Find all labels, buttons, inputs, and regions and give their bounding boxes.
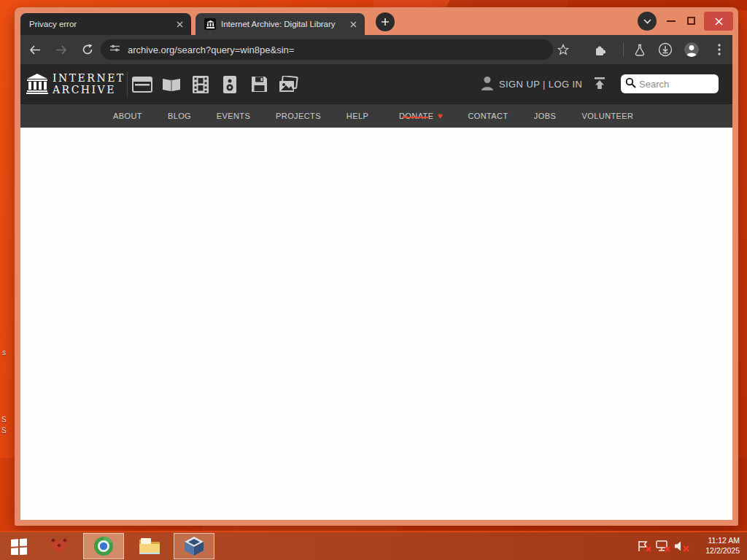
brand-line1: INTERNET [53, 72, 125, 84]
archive-nav-bar: ABOUT BLOG EVENTS PROJECTS HELP DONATE ♥… [20, 104, 732, 128]
nav-jobs[interactable]: JOBS [534, 112, 556, 120]
heart-icon: ♥ [437, 112, 443, 120]
action-center-flag-icon[interactable] [635, 538, 651, 554]
archive-header: INTERNET ARCHIVE [20, 64, 732, 104]
new-tab-button[interactable] [376, 12, 395, 31]
taskbar-chrome-button[interactable] [83, 533, 124, 559]
images-icon[interactable] [274, 64, 303, 104]
desktop-icon-label-fragment: S [1, 427, 7, 435]
archive-page: INTERNET ARCHIVE [20, 64, 732, 520]
address-bar[interactable]: archive.org/search?query=win8pe&sin= [101, 39, 553, 60]
taskbar-virtualbox-button[interactable] [174, 533, 214, 559]
back-button[interactable] [26, 41, 44, 58]
internet-archive-logo-icon[interactable] [26, 74, 48, 97]
taskbar-clock[interactable]: 11:12 AM 12/2/2025 [697, 536, 740, 556]
desktop-icon-label-fragment: s [2, 349, 6, 357]
software-icon[interactable] [244, 64, 274, 104]
nav-projects[interactable]: PROJECTS [276, 112, 321, 120]
browser-toolbar: archive.org/search?query=win8pe&sin= [20, 35, 732, 64]
video-icon[interactable] [186, 64, 215, 104]
windows-taskbar: 11:12 AM 12/2/2025 [0, 531, 747, 560]
donate-underline [402, 117, 428, 118]
nav-about[interactable]: ABOUT [113, 112, 142, 120]
start-button[interactable] [6, 532, 32, 560]
account-area: SIGN UP | LOG IN [480, 64, 607, 104]
network-status-icon[interactable] [654, 538, 670, 554]
bookmark-star-icon[interactable] [554, 41, 572, 58]
nav-donate[interactable]: DONATE ♥ [399, 112, 443, 120]
web-icon[interactable] [128, 64, 157, 104]
clock-time: 11:12 AM [697, 536, 740, 546]
url-text: archive.org/search?query=win8pe&sin= [128, 44, 294, 55]
volume-muted-icon[interactable] [673, 538, 689, 554]
nav-blog[interactable]: BLOG [168, 112, 191, 120]
browser-menu-icon[interactable] [711, 41, 728, 58]
minimize-button[interactable] [667, 20, 676, 22]
signup-login-link[interactable]: SIGN UP | LOG IN [499, 79, 582, 90]
maximize-button[interactable] [687, 17, 695, 25]
extensions-puzzle-icon[interactable] [591, 41, 608, 58]
archive-search-input[interactable] [639, 79, 714, 90]
browser-tab-strip: Privacy error Internet Archive: Digital … [15, 7, 738, 35]
internet-archive-favicon-icon [204, 18, 216, 30]
clock-date: 12/2/2025 [697, 546, 740, 556]
nav-contact[interactable]: CONTACT [468, 112, 508, 120]
tab-close-icon[interactable] [174, 18, 185, 30]
brand-line2: ARCHIVE [53, 84, 125, 96]
tab-privacy-error[interactable]: Privacy error [20, 13, 191, 35]
taskbar-file-explorer-button[interactable] [133, 532, 166, 560]
close-window-button[interactable] [704, 12, 733, 31]
tab-close-icon[interactable] [347, 18, 359, 30]
system-tray: 11:12 AM 12/2/2025 [635, 532, 747, 560]
search-icon [625, 77, 636, 91]
archive-search-box[interactable] [621, 74, 719, 93]
reload-button[interactable] [79, 41, 96, 58]
nav-events[interactable]: EVENTS [217, 112, 250, 120]
person-icon [480, 75, 495, 94]
nav-donate-label: DONATE [399, 112, 433, 120]
toolbar-separator [623, 43, 624, 56]
downloads-icon[interactable] [657, 41, 674, 58]
tab-internet-archive[interactable]: Internet Archive: Digital Library [196, 13, 365, 35]
nav-help[interactable]: HELP [347, 112, 368, 120]
archive-brand[interactable]: INTERNET ARCHIVE [53, 72, 125, 96]
tab-search-button[interactable] [638, 12, 657, 31]
upload-icon[interactable] [592, 76, 607, 93]
profile-avatar-icon[interactable] [683, 41, 700, 58]
browser-window: Privacy error Internet Archive: Digital … [15, 7, 738, 526]
texts-icon[interactable] [157, 64, 186, 104]
tab-title: Privacy error [29, 20, 174, 28]
audio-icon[interactable] [215, 64, 244, 104]
labs-flask-icon[interactable] [631, 41, 649, 58]
site-info-icon[interactable] [109, 43, 120, 56]
taskbar-app-red-icon[interactable] [44, 532, 74, 560]
tab-title: Internet Archive: Digital Library [221, 20, 347, 28]
forward-button[interactable] [53, 41, 70, 58]
desktop-icon-label-fragment: S [1, 416, 7, 424]
nav-volunteer[interactable]: VOLUNTEER [582, 112, 634, 120]
media-type-row [128, 64, 303, 104]
page-content-blank [20, 128, 732, 520]
